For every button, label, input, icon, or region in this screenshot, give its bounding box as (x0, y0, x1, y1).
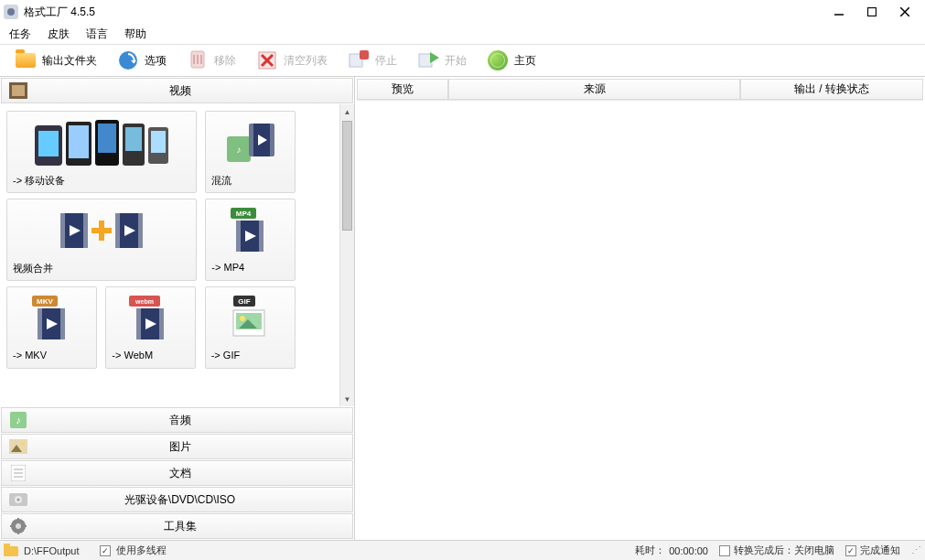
category-stack: ♪ 音频 图片 文档 光驱设备\DVD\CD\ISO 工具集 (0, 406, 354, 540)
window-title: 格式工厂 4.5.5 (24, 5, 828, 20)
statusbar: D:\FFOutput 使用多线程 耗时： 00:00:00 转换完成后：关闭电… (0, 540, 925, 560)
svg-text:GIF: GIF (239, 297, 251, 306)
options-label: 选项 (145, 53, 167, 69)
options-button[interactable]: 选项 (110, 48, 174, 73)
scroll-thumb[interactable] (342, 121, 352, 231)
remove-button[interactable]: 移除 (179, 48, 243, 73)
audio-category-icon: ♪ (7, 409, 29, 431)
stop-icon (348, 49, 370, 71)
stop-button[interactable]: 停止 (340, 48, 404, 73)
svg-point-82 (17, 499, 20, 501)
task-list-body[interactable] (355, 101, 925, 540)
category-optical-header[interactable]: 光驱设备\DVD\CD\ISO (1, 487, 353, 512)
mp4-icon: MP4 (211, 203, 289, 258)
menu-language[interactable]: 语言 (86, 27, 108, 42)
mobile-device-icon (13, 115, 190, 170)
merge-icon (13, 203, 190, 258)
tile-mobile-device[interactable]: -> 移动设备 (6, 111, 197, 193)
tile-gif[interactable]: GIF -> GIF (205, 286, 296, 369)
category-audio-header[interactable]: ♪ 音频 (1, 407, 353, 433)
webm-icon: webm (112, 291, 189, 346)
folder-icon (15, 49, 37, 71)
svg-text:MP4: MP4 (236, 210, 252, 218)
elapsed-time: 00:00:00 (669, 545, 708, 556)
start-button[interactable]: 开始 (410, 48, 474, 73)
mux-icon: ♪ (211, 115, 289, 170)
svg-rect-89 (4, 546, 18, 556)
tile-webm[interactable]: webm -> WebM (105, 286, 196, 369)
svg-rect-90 (4, 544, 10, 547)
svg-rect-56 (38, 308, 42, 339)
svg-rect-38 (60, 213, 65, 248)
svg-text:webm: webm (134, 298, 154, 305)
category-document-header[interactable]: 文档 (1, 460, 353, 486)
svg-rect-42 (115, 213, 120, 248)
finish-notify-label: 完成通知 (860, 544, 900, 557)
svg-marker-18 (430, 52, 439, 63)
output-folder-button[interactable]: 输出文件夹 (7, 48, 104, 73)
menubar: 任务 皮肤 语言 帮助 (0, 24, 925, 44)
category-image-header[interactable]: 图片 (1, 434, 353, 459)
category-optical-label: 光驱设备\DVD\CD\ISO (35, 492, 352, 508)
col-output[interactable]: 输出 / 转换状态 (740, 79, 923, 100)
svg-text:♪: ♪ (16, 415, 21, 425)
home-label: 主页 (514, 53, 536, 69)
mkv-icon: MKV (13, 291, 91, 346)
tile-video-merge[interactable]: 视频合并 (6, 199, 197, 281)
svg-rect-24 (69, 125, 89, 158)
resize-grip[interactable]: ⋰ (911, 544, 921, 556)
svg-point-69 (240, 316, 245, 321)
main-area: 视频 -> 移动设备 (0, 77, 925, 540)
task-list-header: 预览 来源 输出 / 转换状态 (357, 79, 923, 101)
svg-text:♪: ♪ (236, 145, 241, 155)
svg-rect-87 (10, 525, 14, 527)
col-preview[interactable]: 预览 (357, 79, 448, 100)
multithread-label: 使用多线程 (116, 544, 167, 557)
stop-label: 停止 (375, 53, 397, 69)
tile-mux-label: 混流 (211, 174, 289, 188)
col-source[interactable]: 来源 (448, 79, 740, 100)
tile-mkv[interactable]: MKV -> MKV (6, 286, 97, 369)
shutdown-checkbox[interactable] (719, 545, 730, 556)
multithread-checkbox[interactable] (100, 545, 111, 556)
video-grid-scrollbar[interactable]: ▲ ▼ (339, 104, 354, 406)
category-video-header[interactable]: 视频 (1, 78, 353, 103)
category-toolbox-header[interactable]: 工具集 (1, 513, 353, 539)
home-icon (487, 49, 509, 71)
finish-notify-checkbox[interactable] (845, 545, 856, 556)
svg-rect-57 (60, 308, 65, 339)
remove-icon (187, 49, 209, 71)
maximize-button[interactable] (861, 3, 883, 21)
video-grid: -> 移动设备 ♪ 混流 (0, 104, 354, 406)
tile-mp4[interactable]: MP4 -> MP4 (205, 199, 296, 281)
app-icon (4, 5, 18, 19)
menu-skin[interactable]: 皮肤 (48, 27, 70, 42)
scroll-down-icon: ▼ (340, 392, 354, 406)
start-label: 开始 (445, 53, 467, 69)
menu-task[interactable]: 任务 (9, 27, 31, 42)
svg-rect-85 (17, 518, 19, 522)
clear-icon (256, 49, 278, 71)
menu-help[interactable]: 帮助 (124, 27, 146, 42)
right-panel: 预览 来源 输出 / 转换状态 (355, 77, 925, 540)
tile-mux[interactable]: ♪ 混流 (205, 111, 296, 193)
home-button[interactable]: 主页 (479, 48, 543, 73)
svg-rect-43 (138, 213, 143, 248)
minimize-button[interactable] (828, 3, 850, 21)
optical-category-icon (7, 489, 29, 511)
clear-list-button[interactable]: 清空列表 (249, 48, 335, 73)
category-toolbox-label: 工具集 (35, 519, 352, 534)
svg-rect-86 (17, 531, 19, 534)
svg-rect-26 (98, 124, 116, 153)
svg-rect-30 (151, 131, 166, 153)
close-button[interactable] (894, 3, 916, 21)
titlebar: 格式工厂 4.5.5 (0, 0, 925, 24)
status-folder-icon[interactable] (4, 544, 18, 558)
remove-label: 移除 (214, 53, 236, 69)
svg-rect-63 (159, 308, 164, 339)
svg-rect-3 (868, 8, 877, 16)
svg-point-1 (7, 8, 15, 16)
toolbar: 输出文件夹 选项 移除 清空列表 停止 开始 主页 (0, 44, 925, 77)
category-image-label: 图片 (35, 439, 352, 455)
status-output-path[interactable]: D:\FFOutput (24, 545, 80, 556)
